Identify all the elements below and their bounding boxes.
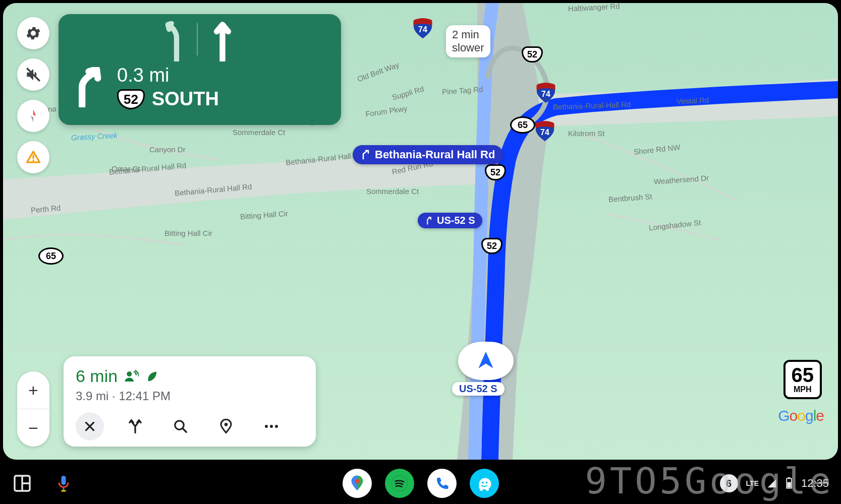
alt-route-line2: slower — [452, 41, 484, 54]
svg-point-9 — [275, 425, 278, 428]
highway-shield-65: 65 — [38, 247, 64, 265]
svg-point-6 — [225, 423, 228, 426]
svg-point-17 — [486, 488, 489, 491]
app-phone[interactable] — [427, 469, 457, 498]
map-viewport[interactable]: Bethania-Rural Hall Rd Bethania-Rural Ha… — [3, 3, 838, 460]
road-label: Kilstrom St — [568, 129, 605, 138]
trip-arrival: 12:41 PM — [119, 389, 171, 403]
road-label: Sommerdale Ct — [366, 187, 419, 196]
signal-icon — [767, 478, 777, 488]
warning-triangle-icon — [26, 150, 41, 165]
close-icon — [83, 420, 96, 433]
turn-right-icon — [361, 150, 371, 160]
more-options-button[interactable] — [257, 412, 286, 440]
battery-icon — [785, 477, 793, 489]
svg-point-4 — [127, 371, 132, 376]
assistant-mic-button[interactable] — [54, 474, 73, 492]
nav-arrow-icon — [475, 350, 497, 372]
eco-leaf-icon — [145, 369, 159, 384]
settings-button[interactable] — [17, 17, 49, 49]
interstate-shield-74: 74 — [535, 82, 557, 104]
alt-route-line1: 2 min — [452, 28, 484, 41]
app-google-maps[interactable] — [343, 469, 372, 498]
search-button[interactable] — [166, 412, 195, 440]
search-icon — [173, 419, 188, 434]
vehicle-marker — [458, 342, 514, 380]
svg-rect-19 — [788, 477, 791, 478]
nav-distance: 0.3 mi — [117, 65, 219, 86]
share-trip-icon — [124, 369, 139, 384]
trip-details: 3.9 mi · 12:41 PM — [76, 389, 304, 403]
svg-point-11 — [355, 479, 359, 484]
routes-button[interactable] — [121, 412, 149, 440]
speed-limit-sign: 65 MPH — [783, 360, 822, 399]
lane-straight-icon — [210, 21, 235, 61]
lane-fork-icon — [161, 21, 192, 61]
road-label: Bitting Hall Cir — [164, 229, 212, 237]
current-road-label: US-52 S — [459, 383, 497, 395]
maps-pin-icon — [349, 475, 366, 492]
close-navigation-button[interactable] — [76, 412, 104, 440]
road-label: Sommerdale Ct — [233, 128, 285, 137]
network-label: LTE — [746, 479, 759, 487]
alt-route-tooltip[interactable]: 2 min slower — [446, 25, 490, 57]
pin-icon — [218, 419, 234, 434]
svg-point-8 — [270, 425, 273, 428]
svg-point-14 — [482, 482, 484, 484]
lane-divider — [197, 23, 198, 55]
current-road-pill: US-52 S — [452, 382, 504, 396]
compass-icon — [26, 108, 41, 123]
mute-button[interactable] — [17, 58, 49, 91]
eta-duration: 6 min — [76, 366, 118, 386]
spotify-icon — [391, 475, 408, 492]
dashboard-button[interactable] — [12, 473, 32, 493]
zoom-out-button[interactable]: − — [17, 409, 49, 447]
step-label: US-52 S — [437, 215, 475, 226]
svg-text:74: 74 — [540, 128, 549, 137]
svg-point-16 — [480, 488, 483, 491]
system-taskbar: 6 LTE 12:35 — [0, 463, 841, 504]
phone-icon — [434, 476, 450, 491]
navigation-card[interactable]: 0.3 mi 52 SOUTH — [59, 14, 341, 125]
map-controls — [17, 17, 49, 173]
zoom-in-button[interactable]: + — [17, 371, 49, 409]
trip-summary-card[interactable]: 6 min 3.9 mi · 12:41 PM — [64, 356, 316, 447]
highway-shield-65: 65 — [510, 116, 535, 134]
places-button[interactable] — [212, 412, 240, 440]
maneuver-step-2[interactable]: US-52 S — [418, 213, 482, 228]
road-label: Vestal Rd — [677, 96, 709, 105]
notification-badge[interactable]: 6 — [720, 474, 738, 492]
step-label: Bethania-Rural Hall Rd — [375, 148, 495, 161]
fork-right-icon — [425, 217, 433, 225]
trip-distance: 3.9 mi — [76, 389, 108, 403]
alt-routes-icon — [128, 419, 143, 434]
gear-icon — [25, 25, 42, 42]
svg-point-15 — [485, 482, 487, 484]
svg-text:74: 74 — [541, 90, 550, 98]
nav-route-shield: 52 — [117, 89, 145, 109]
speed-limit-unit: MPH — [792, 385, 814, 394]
speed-limit-value: 65 — [792, 365, 814, 385]
road-label: Canyon Dr — [149, 145, 186, 154]
status-bar: 6 LTE 12:35 — [720, 474, 829, 492]
volume-mute-icon — [25, 66, 42, 83]
more-icon — [264, 424, 279, 429]
waze-icon — [475, 474, 493, 492]
svg-text:74: 74 — [418, 25, 427, 34]
interstate-shield-74: 74 — [534, 120, 556, 142]
lane-guidance — [72, 14, 328, 65]
interstate-shield-74: 74 — [412, 17, 434, 39]
clock: 12:35 — [801, 477, 829, 490]
app-waze[interactable] — [470, 469, 499, 498]
road-label: Omar Ct — [111, 164, 140, 173]
fork-right-arrow-icon — [72, 67, 106, 107]
svg-point-7 — [265, 425, 268, 428]
report-button[interactable] — [17, 141, 49, 173]
maneuver-step-1[interactable]: Bethania-Rural Hall Rd — [353, 145, 503, 164]
google-logo: Google — [778, 407, 824, 424]
svg-rect-20 — [787, 482, 791, 488]
nav-direction: SOUTH — [152, 88, 219, 110]
zoom-control: + − — [17, 371, 49, 447]
compass-button[interactable] — [17, 100, 49, 132]
app-spotify[interactable] — [385, 469, 414, 498]
